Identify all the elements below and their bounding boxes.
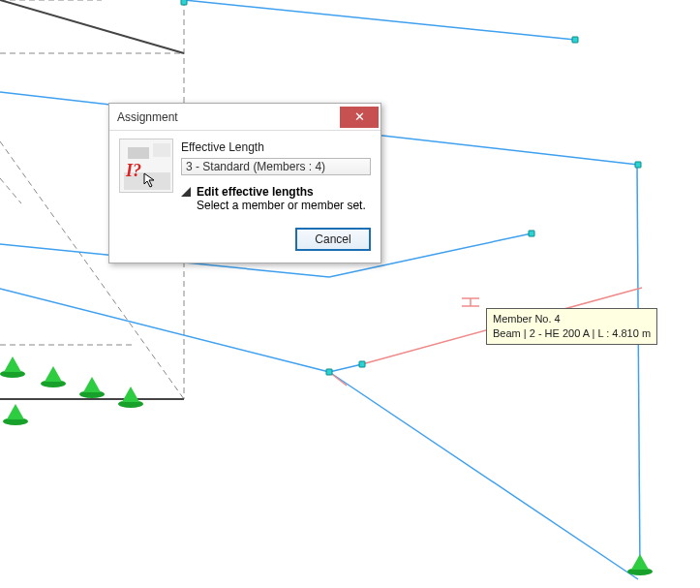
effective-length-select[interactable]: 3 - Standard (Members : 4) bbox=[181, 158, 371, 175]
node bbox=[326, 369, 333, 376]
support-icon bbox=[118, 387, 143, 412]
triangle-icon bbox=[181, 187, 191, 197]
support-icon bbox=[79, 377, 105, 402]
tooltip-line-2: Beam | 2 - HE 200 A | L : 4.810 m bbox=[493, 326, 651, 341]
assignment-thumbnail-icon: I? bbox=[119, 139, 173, 193]
support-icon bbox=[627, 554, 653, 579]
node bbox=[635, 162, 642, 169]
support-icon bbox=[41, 366, 66, 391]
cursor-icon bbox=[143, 172, 159, 188]
assignment-dialog: Assignment ✕ I? Effective Length 3 - Sta… bbox=[108, 103, 381, 263]
dialog-title: Assignment bbox=[117, 110, 178, 124]
cancel-button[interactable]: Cancel bbox=[295, 228, 371, 251]
model-viewport[interactable] bbox=[0, 0, 700, 588]
close-icon: ✕ bbox=[354, 110, 365, 123]
node bbox=[181, 0, 188, 6]
instruction-text: Edit effective lengths Select a member o… bbox=[197, 185, 366, 212]
node bbox=[529, 231, 535, 237]
member-tooltip: Member No. 4 Beam | 2 - HE 200 A | L : 4… bbox=[486, 308, 657, 345]
support-icon bbox=[0, 356, 25, 382]
dialog-titlebar[interactable]: Assignment ✕ bbox=[109, 104, 380, 131]
node bbox=[572, 37, 579, 44]
cancel-label: Cancel bbox=[315, 232, 350, 246]
instruction-detail: Select a member or member set. bbox=[197, 199, 366, 212]
svg-marker-3 bbox=[144, 173, 154, 187]
tooltip-line-1: Member No. 4 bbox=[493, 312, 651, 326]
section-label: Effective Length bbox=[181, 140, 371, 154]
support-icon bbox=[3, 404, 28, 429]
node bbox=[359, 361, 366, 368]
close-button[interactable]: ✕ bbox=[340, 107, 379, 128]
instruction-bold: Edit effective lengths bbox=[197, 185, 366, 199]
